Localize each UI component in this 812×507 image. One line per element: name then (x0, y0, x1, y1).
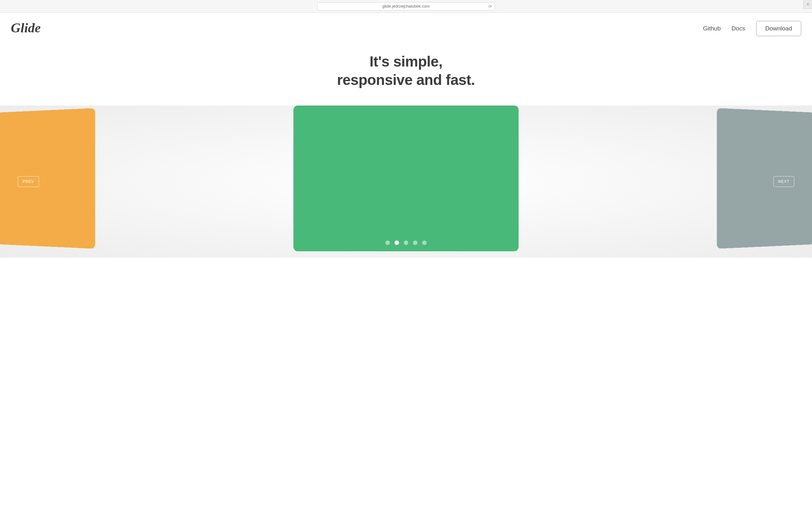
refresh-icon[interactable]: ⟳ (489, 4, 492, 9)
carousel-next-button[interactable]: NEXT (773, 176, 794, 187)
carousel-dot[interactable] (395, 240, 399, 245)
carousel-dot[interactable] (413, 240, 417, 245)
carousel-prev-button[interactable]: PREV (18, 176, 39, 187)
carousel-slide-active[interactable] (293, 106, 519, 251)
carousel-dot[interactable] (422, 240, 426, 245)
url-text: glide.jedrzejchalubek.com (382, 4, 430, 9)
nav-link-github[interactable]: Github (703, 25, 721, 32)
logo[interactable]: Glide (11, 20, 52, 38)
new-tab-button[interactable]: ＋ (803, 0, 812, 9)
svg-text:Glide: Glide (11, 20, 41, 35)
nav-links: Github Docs Download (703, 21, 801, 36)
browser-toolbar: glide.jedrzejchalubek.com ⟳ ＋ (0, 0, 812, 13)
hero-heading: It's simple, responsive and fast. (0, 53, 812, 89)
carousel: PREV NEXT (0, 106, 812, 258)
site-nav: Glide Github Docs Download (0, 13, 812, 41)
carousel-dot[interactable] (404, 240, 408, 245)
hero-line-1: It's simple, (369, 53, 443, 70)
carousel-slide-prev[interactable] (0, 108, 95, 249)
hero-line-2: responsive and fast. (337, 72, 475, 88)
carousel-dot[interactable] (386, 240, 390, 245)
url-bar[interactable]: glide.jedrzejchalubek.com ⟳ (317, 2, 495, 10)
logo-icon: Glide (11, 20, 52, 38)
page-content: Glide Github Docs Download It's simple, … (0, 13, 812, 507)
plus-icon: ＋ (805, 1, 810, 8)
carousel-dots (386, 240, 426, 245)
hero: It's simple, responsive and fast. (0, 53, 812, 89)
carousel-slide-next[interactable] (717, 108, 812, 249)
nav-link-docs[interactable]: Docs (731, 25, 745, 32)
download-button[interactable]: Download (756, 21, 802, 36)
